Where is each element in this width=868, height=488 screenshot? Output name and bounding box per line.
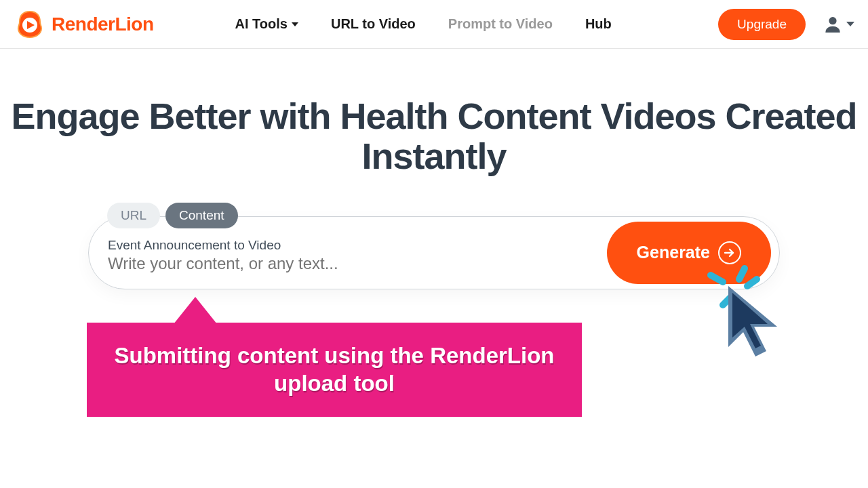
- input-left: Event Announcement to Video: [108, 232, 607, 273]
- input-row: URL Content Event Announcement to Video …: [88, 216, 780, 289]
- callout-text: Submitting content using the RenderLion …: [107, 342, 561, 398]
- generate-button-label: Generate: [637, 243, 710, 262]
- nav-url-to-video[interactable]: URL to Video: [331, 16, 416, 32]
- tab-content[interactable]: Content: [165, 203, 238, 228]
- nav-ai-tools[interactable]: AI Tools: [235, 16, 298, 32]
- content-input[interactable]: [108, 254, 607, 273]
- nav-hub[interactable]: Hub: [585, 16, 612, 32]
- logo-text: RenderLion: [52, 14, 154, 35]
- nav-ai-tools-label: AI Tools: [235, 16, 288, 32]
- svg-marker-3: [846, 22, 854, 26]
- header-right: Upgrade: [718, 9, 854, 40]
- chevron-down-icon: [846, 22, 854, 27]
- nav-hub-label: Hub: [585, 16, 612, 32]
- arrow-right-icon: [718, 241, 741, 264]
- generate-button[interactable]: Generate: [607, 222, 771, 284]
- header: RenderLion AI Tools URL to Video Prompt …: [0, 0, 868, 49]
- account-menu[interactable]: [822, 14, 854, 35]
- input-label: Event Announcement to Video: [108, 238, 607, 253]
- nav-prompt-to-video[interactable]: Prompt to Video: [448, 16, 553, 32]
- main-nav: AI Tools URL to Video Prompt to Video Hu…: [235, 16, 612, 32]
- svg-point-2: [829, 17, 836, 24]
- input-tabs: URL Content: [107, 203, 238, 228]
- hero: Engage Better with Health Content Videos…: [0, 49, 868, 289]
- nav-prompt-to-video-label: Prompt to Video: [448, 16, 553, 32]
- callout-banner: Submitting content using the RenderLion …: [87, 323, 582, 417]
- svg-marker-9: [728, 286, 777, 357]
- svg-line-6: [723, 296, 732, 305]
- page-title: Engage Better with Health Content Videos…: [0, 96, 868, 177]
- tab-url[interactable]: URL: [107, 203, 160, 228]
- nav-url-to-video-label: URL to Video: [331, 16, 416, 32]
- logo-icon: [14, 8, 46, 41]
- logo[interactable]: RenderLion: [14, 8, 154, 41]
- cursor-icon: [723, 283, 791, 365]
- callout-pointer-icon: [174, 297, 217, 324]
- chevron-down-icon: [292, 22, 298, 26]
- user-icon: [822, 14, 844, 35]
- upgrade-button[interactable]: Upgrade: [718, 9, 806, 40]
- svg-marker-10: [732, 293, 768, 348]
